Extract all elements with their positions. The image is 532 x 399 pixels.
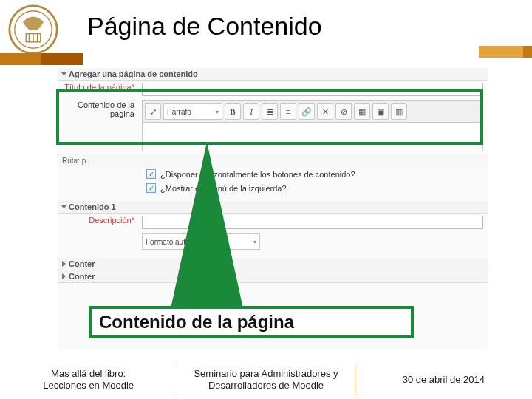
editor-path: Ruta: p [58,154,488,167]
callout-text: Contenido de la página [99,312,294,332]
footer-left-line1: Mas allá del libro: [0,368,177,380]
section-header-add-content-page[interactable]: Agregar una página de contenido [58,68,488,81]
accent-bar [0,53,41,65]
rich-text-toolbar: ⤢ Párrafo ▾ B I ≣ ≡ 🔗 ✕ ⊘ ▦ ▣ ▥ [142,100,483,122]
page-title: Página de Contenido [87,12,322,41]
slide-footer: Mas allá del libro: Lecciones en Moodle … [0,361,532,399]
checkbox-horizontal-buttons[interactable]: ✓ [146,169,156,179]
italic-button[interactable]: I [243,103,259,120]
numbered-list-button[interactable]: ≡ [280,103,296,120]
bold-button[interactable]: B [225,103,241,120]
section-title: Contenido 1 [69,202,116,211]
chevron-down-icon [61,205,67,209]
chevron-down-icon [61,72,67,76]
chevron-right-icon [62,273,66,279]
bullet-list-button[interactable]: ≣ [262,103,278,120]
chevron-right-icon [62,261,66,267]
section-title: Conter [69,259,95,268]
link-button[interactable]: 🔗 [299,103,315,120]
arrow-annotation [170,142,244,312]
accent-bar [479,46,523,58]
paragraph-select[interactable]: Párrafo ▾ [163,103,222,120]
paragraph-select-label: Párrafo [167,108,191,116]
section-header-collapsed[interactable]: Conter [58,258,488,270]
unlink-button[interactable]: ✕ [317,103,333,120]
section-title: Agregar una página de contenido [69,69,198,78]
chevron-down-icon: ▾ [216,109,219,115]
accent-bar [41,53,83,65]
page-title-input[interactable] [142,83,483,96]
unam-logo [7,4,59,55]
chevron-down-icon: ▾ [253,239,256,245]
label-page-title: Título de la página [62,83,142,92]
image-button[interactable]: ▦ [354,103,370,120]
media-button[interactable]: ▣ [372,103,389,120]
section-title: Conter [69,272,95,281]
callout-box: Contenido de la página [89,306,414,338]
files-button[interactable]: ▥ [391,103,407,120]
label-page-content: Contenido de la página [62,100,142,118]
footer-left-line2: Lecciones en Moodle [0,380,177,392]
section-header-collapsed[interactable]: Conter [58,270,488,283]
nolink-button[interactable]: ⊘ [335,103,352,120]
section-header-content-1[interactable]: Contenido 1 [58,201,488,214]
footer-mid-line1: Seminario para Administradores y [177,368,354,380]
checkbox-show-left-menu[interactable]: ✓ [146,183,156,193]
label-description: Descripción [62,216,142,225]
footer-date: 30 de abril de 2014 [355,374,532,386]
toolbar-expand-button[interactable]: ⤢ [145,103,161,120]
accent-bar [523,46,532,58]
footer-mid-line2: Desarrolladores de Moodle [177,380,354,392]
